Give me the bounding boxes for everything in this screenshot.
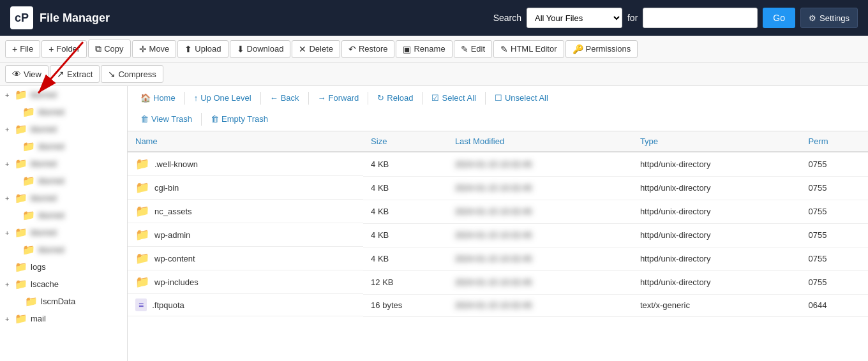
- settings-button[interactable]: ⚙ Settings: [800, 8, 858, 28]
- sidebar-item-label: blurred: [38, 176, 64, 186]
- new-folder-button[interactable]: + Folder: [41, 40, 87, 58]
- restore-button[interactable]: ↶ Restore: [341, 40, 395, 58]
- col-header-size[interactable]: Size: [363, 131, 447, 152]
- permissions-icon: 🔑: [572, 44, 583, 54]
- list-item[interactable]: + 📁 blurred: [0, 189, 127, 207]
- compress-button[interactable]: ↘ Compress: [101, 65, 163, 83]
- download-button[interactable]: ⬇ Download: [230, 40, 291, 58]
- delete-icon: ✕: [299, 44, 306, 54]
- back-label: Back: [281, 93, 299, 103]
- upload-button[interactable]: ⬆ Upload: [177, 40, 228, 58]
- forward-icon: →: [318, 93, 326, 103]
- folder-icon: 📁: [22, 175, 35, 187]
- table-row[interactable]: 📁wp-includes12 KB2024-01-15 10:32:45http…: [128, 270, 868, 294]
- file-name: .ftpquota: [152, 300, 184, 310]
- table-row[interactable]: 📁wp-admin4 KB2024-01-15 10:32:45httpd/un…: [128, 223, 868, 247]
- table-row[interactable]: 📁.well-known4 KB2024-01-15 10:32:45httpd…: [128, 152, 868, 176]
- expand-icon: +: [5, 195, 13, 202]
- move-button[interactable]: ✛ Move: [132, 40, 177, 58]
- table-row[interactable]: 📁wp-content4 KB2024-01-15 10:32:45httpd/…: [128, 247, 868, 270]
- list-item[interactable]: 📁 blurred: [0, 172, 127, 189]
- list-item[interactable]: + 📁 blurred: [0, 224, 127, 241]
- file-table-container: Name Size Last Modified Type Perm: [128, 131, 868, 361]
- sidebar-item-label: blurred: [38, 245, 64, 254]
- sidebar-item-logs[interactable]: 📁 logs: [0, 258, 127, 276]
- forward-button[interactable]: → Forward: [311, 90, 366, 106]
- permissions-button[interactable]: 🔑 Permissions: [565, 40, 638, 58]
- html-editor-button[interactable]: ✎ HTML Editor: [493, 40, 564, 58]
- search-scope-select[interactable]: All Your Files: [527, 8, 622, 28]
- empty-trash-button[interactable]: 🗑 Empty Trash: [204, 111, 274, 127]
- view-trash-button[interactable]: 🗑 View Trash: [134, 111, 198, 127]
- select-all-label: Select All: [442, 93, 475, 103]
- permissions-label: Permissions: [586, 44, 631, 54]
- back-icon: ←: [270, 93, 278, 103]
- back-button[interactable]: ← Back: [264, 90, 306, 106]
- file-name: wp-includes: [154, 277, 198, 287]
- list-item[interactable]: 📁 blurred: [0, 138, 127, 155]
- delete-button[interactable]: ✕ Delete: [292, 40, 340, 58]
- col-header-perm[interactable]: Perm: [801, 131, 868, 152]
- size-cell: 4 KB: [363, 176, 447, 200]
- folder-icon: 📁: [135, 228, 149, 242]
- unselect-all-button[interactable]: ☐ Unselect All: [488, 90, 555, 106]
- name-cell: 📁wp-admin: [128, 223, 363, 247]
- nav-divider: [485, 92, 486, 105]
- list-item[interactable]: 📁 blurred: [0, 241, 127, 258]
- new-folder-label: Folder: [56, 44, 80, 54]
- home-button[interactable]: 🏠 Home: [134, 90, 182, 106]
- search-area: Search All Your Files for Go ⚙ Settings: [493, 8, 858, 28]
- view-button[interactable]: 👁 View: [5, 65, 49, 83]
- modified-cell: 2024-01-15 10:32:45: [447, 176, 632, 200]
- col-header-type[interactable]: Type: [632, 131, 801, 152]
- file-icon: ≡: [135, 298, 147, 311]
- expand-icon: +: [5, 229, 13, 237]
- type-cell: httpd/unix-directory: [632, 152, 801, 176]
- header: cP File Manager Search All Your Files fo…: [0, 0, 868, 36]
- search-label: Search: [493, 13, 521, 23]
- empty-trash-label: Empty Trash: [221, 114, 268, 124]
- modified-cell: 2024-01-15 10:32:45: [447, 294, 632, 316]
- col-header-name[interactable]: Name: [128, 131, 363, 152]
- expand-icon: +: [5, 126, 13, 133]
- extract-button[interactable]: ↗ Extract: [50, 65, 100, 83]
- table-row[interactable]: ≡.ftpquota16 bytes2024-01-15 10:32:45tex…: [128, 294, 868, 316]
- list-item[interactable]: 📁 blurred: [0, 207, 127, 224]
- expand-icon: +: [5, 315, 13, 323]
- sidebar-item-mail[interactable]: + 📁 mail: [0, 310, 127, 327]
- sidebar: + 📁 blurred 📁 blurred + 📁 blurred 📁 blur…: [0, 86, 128, 361]
- table-row[interactable]: 📁cgi-bin4 KB2024-01-15 10:32:45httpd/uni…: [128, 176, 868, 200]
- sidebar-item-lscache[interactable]: + 📁 lscache: [0, 276, 127, 293]
- rename-button[interactable]: ▣ Rename: [396, 40, 452, 58]
- list-item[interactable]: + 📁 blurred: [0, 121, 127, 138]
- sidebar-item-label: lscmData: [41, 297, 75, 306]
- gear-icon: ⚙: [809, 13, 816, 23]
- perm-cell: 0755: [801, 223, 868, 247]
- up-one-level-button[interactable]: ↑ Up One Level: [188, 90, 258, 106]
- nav-divider: [260, 92, 261, 105]
- list-item[interactable]: + 📁 blurred: [0, 86, 127, 103]
- go-button[interactable]: Go: [763, 8, 795, 28]
- size-cell: 4 KB: [363, 247, 447, 270]
- plus-icon: +: [12, 44, 17, 54]
- unselect-all-label: Unselect All: [505, 93, 548, 103]
- plus-icon: +: [49, 44, 54, 54]
- restore-icon: ↶: [348, 44, 356, 54]
- list-item[interactable]: 📁 blurred: [0, 103, 127, 121]
- sidebar-item-label: blurred: [31, 124, 56, 134]
- edit-button[interactable]: ✎ Edit: [454, 40, 492, 58]
- sidebar-item-lscmData[interactable]: 📁 lscmData: [0, 293, 127, 310]
- new-file-button[interactable]: + File: [5, 40, 40, 58]
- folder-icon: 📁: [15, 261, 27, 273]
- reload-button[interactable]: ↻ Reload: [371, 90, 419, 106]
- table-row[interactable]: 📁nc_assets4 KB2024-01-15 10:32:45httpd/u…: [128, 200, 868, 223]
- col-header-modified[interactable]: Last Modified: [447, 131, 632, 152]
- select-all-button[interactable]: ☑ Select All: [425, 90, 482, 106]
- sidebar-item-label: blurred: [31, 159, 56, 168]
- list-item[interactable]: + 📁 blurred: [0, 155, 127, 172]
- copy-button[interactable]: ⧉ Copy: [88, 40, 130, 58]
- perm-cell: 0755: [801, 176, 868, 200]
- nav-row2: 🗑 View Trash 🗑 Empty Trash: [134, 108, 862, 127]
- perm-cell: 0755: [801, 270, 868, 294]
- search-input[interactable]: [643, 8, 758, 28]
